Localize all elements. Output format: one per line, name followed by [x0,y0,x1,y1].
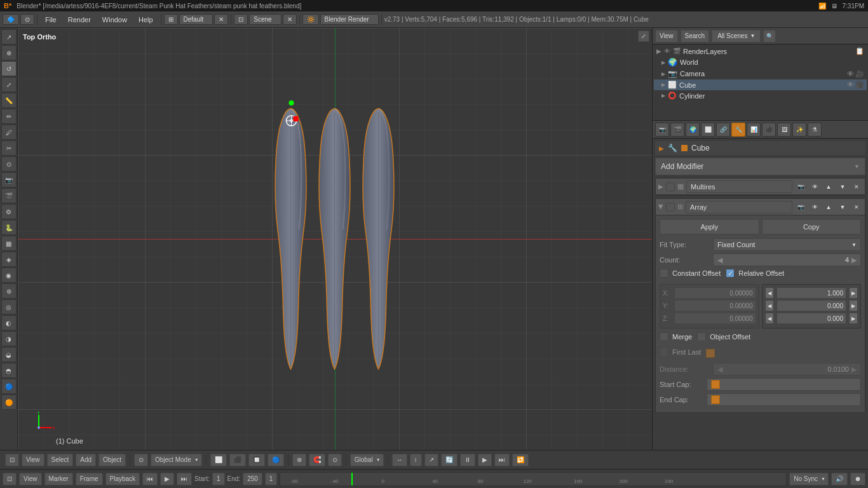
prop-icon-modifiers[interactable]: 🔧 [731,123,745,137]
timeline-ruler[interactable]: -80 -40 0 40 80 120 160 200 240 [280,472,787,486]
vt-select-btn[interactable]: Select [47,454,74,466]
tool-misc10[interactable]: 🟠 [1,395,17,410]
prop-icon-object[interactable]: ⬜ [701,123,715,137]
vt-proportional-btn[interactable]: ⊙ [328,454,342,466]
distance-field[interactable]: ◀ 0.0100 ▶ [713,363,861,376]
apply-button[interactable]: Apply [660,219,759,234]
tool-grease[interactable]: 🖊 [1,125,17,140]
vt-shading-wire[interactable]: ⬜ [210,454,227,466]
help-menu[interactable]: Help [133,15,158,25]
rel-x-right-btn[interactable]: ▶ [849,287,858,299]
tl-sync-dropdown[interactable]: No Sync [789,473,829,485]
tool-misc7[interactable]: ◒ [1,347,17,362]
rel-x-val[interactable]: 1.000 [776,287,847,299]
layout-cross-btn[interactable]: ✕ [214,14,228,25]
blender-icon-btn[interactable]: 🔷 [3,14,19,25]
tool-misc1[interactable]: ◈ [1,252,17,267]
tool-misc3[interactable]: ⊛ [1,283,17,299]
prop-icon-material[interactable]: ⚫ [762,123,776,137]
rel-z-right-btn[interactable]: ▶ [849,313,858,324]
tool-misc5[interactable]: ◐ [1,315,17,330]
tool-rotate[interactable]: ↺ [1,61,17,76]
vt-nav3[interactable]: ↗ [424,454,438,466]
merge-checkbox[interactable] [660,332,668,341]
global-mode-btn[interactable]: ⊙ [20,14,34,25]
array-down-btn[interactable]: ▼ [837,201,848,213]
count-field[interactable]: ◀ 4 ▶ [713,254,861,266]
file-menu[interactable]: File [40,15,62,25]
multires-down-btn[interactable]: ▼ [837,181,848,193]
tool-transform[interactable]: ⊕ [1,45,17,60]
multires-render-btn[interactable]: 📷 [795,181,806,193]
tool-misc8[interactable]: ◓ [1,363,17,378]
rel-z-left-btn[interactable]: ◀ [765,313,774,324]
vt-shading-texture[interactable]: 🔲 [248,454,265,466]
outliner-item-camera[interactable]: ▶ 📷 Camera 👁 🎥 [654,68,867,79]
tl-record-btn[interactable]: ⏺ [850,473,865,485]
vt-mode-dropdown[interactable]: Object Mode [151,454,202,466]
array-name-field[interactable]: Array [686,201,792,214]
array-close-btn[interactable]: ✕ [851,201,862,213]
x-val[interactable]: 0.00000 [674,287,756,299]
tl-playback-btn[interactable]: Playback [105,473,140,485]
tl-end-field[interactable]: 250 [243,473,262,485]
tool-misc2[interactable]: ◉ [1,268,17,283]
vt-nav8[interactable]: 🔁 [512,454,529,466]
end-cap-field[interactable] [707,393,861,406]
prop-icon-particles[interactable]: ✨ [792,123,806,137]
tool-select[interactable]: ↗ [1,29,17,44]
outliner-item-renderlayers[interactable]: ▶ 👁 🎬 RenderLayers 📋 [654,46,867,57]
first-last-checkbox[interactable] [660,348,668,356]
object-offset-checkbox[interactable] [697,332,706,341]
start-cap-field[interactable] [707,378,861,391]
tool-origin[interactable]: ⊙ [1,156,17,172]
scene-dropdown[interactable]: Scene [249,14,281,25]
tool-misc6[interactable]: ◑ [1,331,17,346]
layout-dropdown[interactable]: Default [179,14,214,25]
tl-marker-btn[interactable]: Marker [44,473,73,485]
engine-dropdown[interactable]: Blender Render [320,14,379,25]
window-menu[interactable]: Window [97,15,132,25]
prop-icon-scene[interactable]: 🎬 [670,123,684,137]
layout-icon[interactable]: ⊞ [164,14,178,25]
multires-eye-btn[interactable]: 👁 [809,181,820,193]
tool-settings[interactable]: ⚙ [1,204,17,219]
tool-layout2[interactable]: ▦ [1,236,17,251]
y-val[interactable]: 0.00000 [674,300,756,311]
outliner-item-world[interactable]: ▶ 🌍 World [654,57,867,68]
tl-frame-btn[interactable]: Frame [76,473,103,485]
viewport[interactable]: Top Ortho ⤢ [18,28,652,450]
vt-nav5[interactable]: ⏸ [460,454,475,466]
fit-type-dropdown[interactable]: Fixed Count ▼ [713,238,861,251]
copy-button[interactable]: Copy [762,219,862,234]
tool-ruler[interactable]: 📏 [1,93,17,108]
vt-object-btn[interactable]: Object [98,454,126,466]
rel-y-val[interactable]: 0.000 [776,300,847,311]
rel-x-left-btn[interactable]: ◀ [765,287,774,299]
relative-offset-checkbox[interactable]: ✓ [726,269,735,278]
vt-mode-icon2[interactable]: ⊙ [134,454,148,466]
scene-cross-btn[interactable]: ✕ [283,14,297,25]
vt-global-dropdown[interactable]: Global [350,454,384,466]
vt-nav7[interactable]: ⏭ [494,454,510,466]
vt-mode-icon[interactable]: ⊡ [5,454,19,466]
tl-play-btn[interactable]: ▶ [160,473,174,485]
tl-play-start-btn[interactable]: ⏮ [142,473,158,485]
vt-nav2[interactable]: ↕ [410,454,422,466]
tool-knife[interactable]: ✂ [1,140,17,156]
vt-pivot-btn[interactable]: ⊕ [292,454,306,466]
tool-misc9[interactable]: 🔵 [1,379,17,394]
constant-offset-checkbox[interactable] [660,269,668,278]
array-eye-btn[interactable]: 👁 [809,201,820,213]
prop-icon-texture[interactable]: 🖼 [777,123,791,137]
vt-nav1[interactable]: ↔ [392,454,407,466]
multires-vis-btn[interactable] [666,182,675,191]
multires-close-btn[interactable]: ✕ [851,181,862,193]
engine-icon[interactable]: 🔆 [302,14,319,25]
multires-expand-btn[interactable]: ▶ [658,183,663,190]
rel-y-right-btn[interactable]: ▶ [849,300,858,311]
props-search-btn[interactable]: Search [681,30,710,43]
tl-current-frame[interactable]: 1 [265,473,278,485]
tool-annotate[interactable]: ✏ [1,109,17,124]
tool-camera[interactable]: 📷 [1,172,17,187]
